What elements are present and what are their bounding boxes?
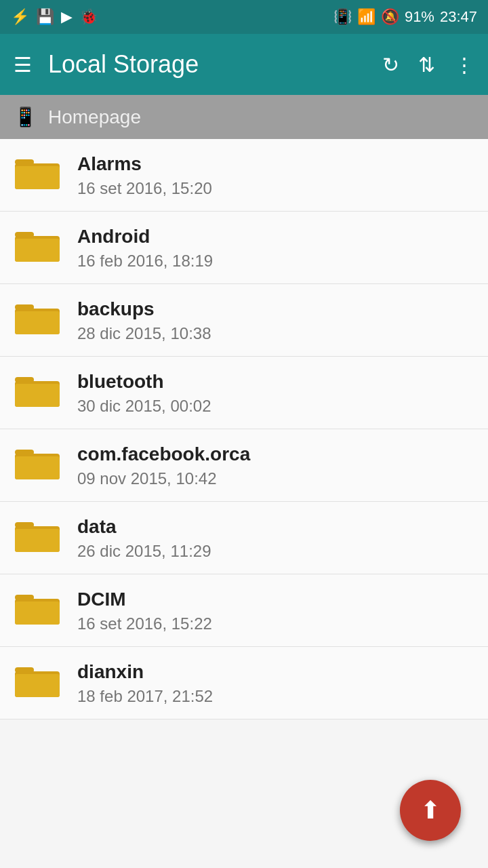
svg-rect-23	[15, 674, 60, 697]
bug-icon: 🐞	[79, 8, 98, 26]
list-item[interactable]: DCIM 16 set 2016, 15:22	[0, 574, 488, 647]
file-date: 16 set 2016, 15:22	[77, 614, 474, 633]
list-item[interactable]: Android 16 feb 2016, 18:19	[0, 212, 488, 284]
upload-fab[interactable]: ⬆	[400, 780, 461, 841]
play-icon: ▶	[61, 8, 73, 26]
file-list: Alarms 16 set 2016, 15:20 Android 16 feb…	[0, 139, 488, 719]
sort-icon: ⇅	[418, 53, 435, 77]
list-item[interactable]: com.facebook.orca 09 nov 2015, 10:42	[0, 429, 488, 502]
svg-rect-14	[15, 456, 60, 479]
folder-icon	[14, 659, 61, 707]
svg-rect-20	[15, 601, 60, 625]
file-info: Android 16 feb 2016, 18:19	[77, 224, 474, 271]
status-bar-left-icons: ⚡ 💾 ▶ 🐞	[11, 8, 98, 26]
notifications-off-icon: 🔕	[381, 8, 399, 26]
folder-icon	[14, 441, 61, 489]
upload-icon: ⬆	[420, 796, 441, 825]
file-name: Android	[77, 224, 474, 249]
list-item[interactable]: Alarms 16 set 2016, 15:20	[0, 139, 488, 212]
svg-rect-11	[15, 384, 60, 407]
app-bar-actions: ↻ ⇅ ⋮	[382, 53, 474, 77]
refresh-button[interactable]: ↻	[382, 53, 399, 77]
folder-icon	[14, 369, 61, 416]
app-bar: ☰ Local Storage ↻ ⇅ ⋮	[0, 34, 488, 95]
folder-icon	[14, 587, 61, 634]
file-name: com.facebook.orca	[77, 442, 474, 467]
file-name: DCIM	[77, 587, 474, 612]
list-item[interactable]: data 26 dic 2015, 11:29	[0, 502, 488, 574]
file-date: 09 nov 2015, 10:42	[77, 469, 474, 488]
file-name: Alarms	[77, 152, 474, 176]
battery-text: 91%	[405, 8, 434, 26]
status-bar-right-icons: 📳 📶 🔕 91% 23:47	[333, 8, 477, 26]
sort-button[interactable]: ⇅	[418, 53, 435, 77]
folder-icon	[14, 296, 61, 344]
file-date: 18 feb 2017, 21:52	[77, 687, 474, 706]
svg-rect-2	[15, 166, 60, 189]
sd-icon: 💾	[36, 8, 54, 26]
breadcrumb[interactable]: 📱 Homepage	[0, 95, 488, 139]
time-display: 23:47	[440, 8, 477, 26]
file-name: bluetooth	[77, 370, 474, 394]
file-name: data	[77, 515, 474, 539]
file-info: backups 28 dic 2015, 10:38	[77, 297, 474, 343]
menu-icon: ☰	[14, 53, 32, 77]
file-info: data 26 dic 2015, 11:29	[77, 515, 474, 561]
file-info: com.facebook.orca 09 nov 2015, 10:42	[77, 442, 474, 488]
page-title: Local Storage	[48, 50, 366, 79]
wifi-icon: 📶	[357, 8, 375, 26]
phone-icon: 📱	[14, 106, 37, 128]
svg-rect-8	[15, 311, 60, 334]
file-info: Alarms 16 set 2016, 15:20	[77, 152, 474, 198]
file-info: bluetooth 30 dic 2015, 00:02	[77, 370, 474, 416]
folder-icon	[14, 514, 61, 561]
status-bar: ⚡ 💾 ▶ 🐞 📳 📶 🔕 91% 23:47	[0, 0, 488, 34]
file-date: 16 feb 2016, 18:19	[77, 252, 474, 271]
usb-icon: ⚡	[11, 8, 29, 26]
breadcrumb-path: Homepage	[48, 106, 141, 128]
list-item[interactable]: bluetooth 30 dic 2015, 00:02	[0, 357, 488, 429]
file-info: DCIM 16 set 2016, 15:22	[77, 587, 474, 633]
list-item[interactable]: backups 28 dic 2015, 10:38	[0, 284, 488, 357]
file-date: 28 dic 2015, 10:38	[77, 324, 474, 343]
menu-button[interactable]: ☰	[14, 53, 32, 77]
file-date: 26 dic 2015, 11:29	[77, 542, 474, 561]
file-date: 30 dic 2015, 00:02	[77, 397, 474, 416]
file-info: dianxin 18 feb 2017, 21:52	[77, 660, 474, 706]
folder-icon	[14, 224, 61, 271]
more-icon: ⋮	[454, 53, 474, 77]
file-name: dianxin	[77, 660, 474, 684]
vibrate-icon: 📳	[333, 8, 352, 26]
svg-rect-5	[15, 239, 60, 262]
file-name: backups	[77, 297, 474, 321]
refresh-icon: ↻	[382, 53, 399, 77]
folder-icon	[14, 151, 61, 199]
list-item[interactable]: dianxin 18 feb 2017, 21:52	[0, 647, 488, 719]
svg-rect-17	[15, 529, 60, 552]
file-date: 16 set 2016, 15:20	[77, 179, 474, 198]
more-options-button[interactable]: ⋮	[454, 53, 474, 77]
